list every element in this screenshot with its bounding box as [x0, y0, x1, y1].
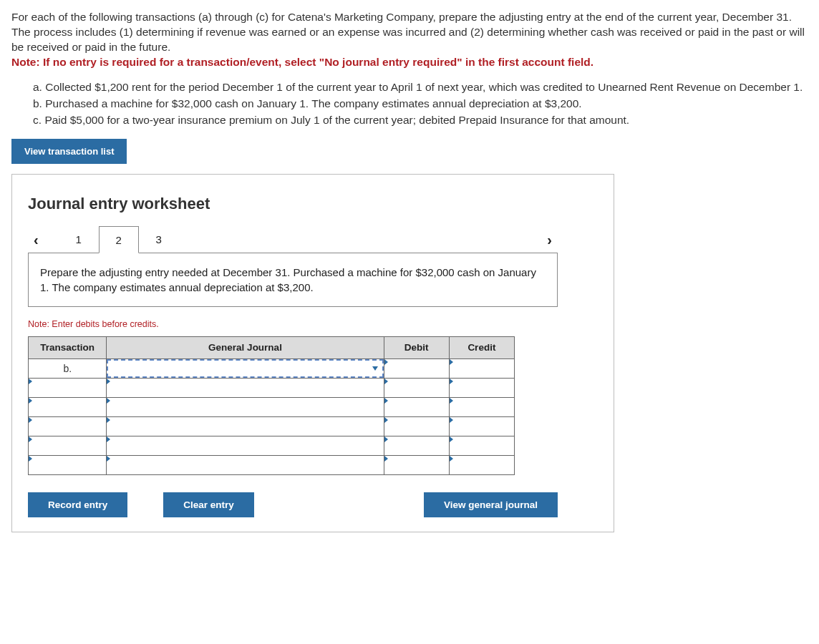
debit-cell[interactable] — [384, 359, 449, 379]
chevron-down-icon — [372, 366, 378, 371]
item-label: c. — [33, 114, 42, 126]
account-select[interactable] — [107, 359, 383, 378]
worksheet-note: Note: Enter debits before credits. — [28, 318, 598, 331]
header-transaction: Transaction — [29, 337, 107, 359]
journal-worksheet-panel: Journal entry worksheet ‹ 1 2 3 › Prepar… — [11, 174, 614, 532]
transaction-item: c. Paid $5,000 for a two-year insurance … — [33, 113, 808, 128]
general-journal-cell[interactable] — [107, 417, 384, 436]
transaction-item: a. Collected $1,200 rent for the period … — [33, 80, 808, 95]
credit-cell[interactable] — [449, 417, 514, 436]
credit-cell[interactable] — [449, 398, 514, 417]
view-general-journal-button[interactable]: View general journal — [424, 492, 558, 517]
debit-cell[interactable] — [384, 417, 449, 436]
header-credit: Credit — [449, 337, 514, 359]
transaction-cell — [29, 379, 107, 398]
item-label: b. — [33, 97, 42, 109]
transaction-cell — [29, 417, 107, 436]
button-row: Record entry Clear entry View general jo… — [28, 492, 558, 517]
item-text: Paid $5,000 for a two-year insurance pre… — [44, 114, 629, 126]
general-journal-cell[interactable] — [107, 436, 384, 456]
view-transaction-list-button[interactable]: View transaction list — [11, 139, 127, 164]
worksheet-title: Journal entry worksheet — [28, 193, 598, 215]
general-journal-cell[interactable] — [107, 398, 384, 417]
clear-entry-button[interactable]: Clear entry — [163, 492, 254, 517]
problem-intro-text: For each of the following transactions (… — [11, 11, 805, 53]
chevron-left-icon[interactable]: ‹ — [28, 228, 44, 253]
table-row — [29, 398, 515, 417]
general-journal-cell[interactable] — [107, 359, 384, 379]
credit-cell[interactable] — [449, 456, 514, 475]
chevron-right-icon[interactable]: › — [541, 228, 558, 253]
worksheet-prompt: Prepare the adjusting entry needed at De… — [28, 253, 558, 307]
debit-cell[interactable] — [384, 379, 449, 398]
table-row — [29, 436, 515, 456]
tab-3[interactable]: 3 — [139, 226, 179, 253]
debit-cell[interactable] — [384, 456, 449, 475]
credit-cell[interactable] — [449, 379, 514, 398]
header-general-journal: General Journal — [107, 337, 384, 359]
transaction-cell: b. — [29, 359, 107, 379]
table-row — [29, 379, 515, 398]
debit-cell[interactable] — [384, 398, 449, 417]
record-entry-button[interactable]: Record entry — [28, 492, 127, 517]
general-journal-cell[interactable] — [107, 456, 384, 475]
debit-cell[interactable] — [384, 436, 449, 456]
transaction-cell — [29, 436, 107, 456]
header-debit: Debit — [384, 337, 449, 359]
tab-2[interactable]: 2 — [99, 226, 139, 253]
transaction-list: a. Collected $1,200 rent for the period … — [33, 80, 808, 128]
table-row — [29, 456, 515, 475]
transaction-cell — [29, 456, 107, 475]
table-row: b. — [29, 359, 515, 379]
credit-cell[interactable] — [449, 436, 514, 456]
problem-note: Note: If no entry is required for a tran… — [11, 56, 593, 68]
journal-table: Transaction General Journal Debit Credit… — [28, 336, 515, 475]
tab-1[interactable]: 1 — [59, 226, 99, 253]
credit-cell[interactable] — [449, 359, 514, 379]
transaction-item: b. Purchased a machine for $32,000 cash … — [33, 97, 808, 112]
item-label: a. — [33, 81, 42, 93]
tab-row: ‹ 1 2 3 › — [28, 226, 558, 253]
item-text: Collected $1,200 rent for the period Dec… — [45, 81, 803, 93]
problem-intro: For each of the following transactions (… — [11, 10, 808, 70]
journal-tbody: b. — [29, 359, 515, 475]
item-text: Purchased a machine for $32,000 cash on … — [45, 97, 581, 109]
transaction-cell — [29, 398, 107, 417]
general-journal-cell[interactable] — [107, 379, 384, 398]
table-row — [29, 417, 515, 436]
